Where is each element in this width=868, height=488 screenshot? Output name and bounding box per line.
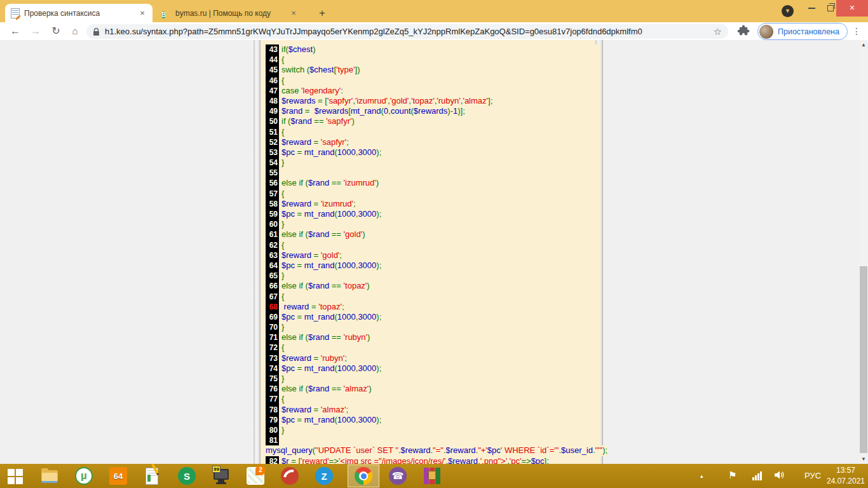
code-line: 76else if ($rand == 'almaz'): [261, 384, 600, 394]
error-line-number: 68: [266, 302, 279, 312]
line-number: 80: [266, 425, 279, 435]
extensions-puzzle-icon[interactable]: [737, 24, 752, 39]
code-line: 60}: [261, 219, 600, 229]
close-tab-icon[interactable]: ×: [137, 8, 147, 18]
code-line: 47case 'legendary':: [261, 86, 600, 96]
tab-bymas[interactable]: B bymas.ru | Помощь по коду ×: [156, 4, 304, 22]
line-number: 72: [266, 342, 279, 353]
line-number: 77: [266, 394, 279, 404]
line-number: 64: [266, 261, 279, 271]
scrollbar-thumb[interactable]: [860, 266, 867, 453]
network-signal-icon[interactable]: [752, 471, 764, 480]
close-window-button[interactable]: ×: [836, 0, 868, 17]
aida64-icon[interactable]: 64: [109, 467, 127, 485]
code-line: 73$reward = 'rubyn';: [261, 353, 600, 363]
notepad-pencil-icon[interactable]: [144, 467, 161, 485]
code-line: 43if($chest): [261, 44, 600, 55]
code-line: 48$rewards = ['sapfyr','izumrud','gold',…: [261, 96, 600, 106]
code-box-left-border: [254, 40, 261, 464]
start-button[interactable]: [8, 469, 23, 484]
line-number: 46: [266, 76, 279, 86]
code-line: 70}: [261, 322, 600, 332]
clock[interactable]: 13:57 24.07.2021: [826, 465, 865, 487]
code-line: 55: [261, 168, 600, 178]
action-center-flag-icon[interactable]: ⚑: [728, 470, 736, 481]
page-content: 43if($chest)44{45switch ($chest['type'])…: [0, 40, 868, 464]
language-indicator[interactable]: РУС: [804, 471, 821, 480]
code-line: 59$pc = mt_rand(1000,3000);: [261, 209, 600, 219]
tab-title: Проверка синтаксиса: [24, 9, 133, 18]
scroll-up-icon[interactable]: ▲: [859, 40, 868, 50]
code-line: mysql_query("UPDATE `user` SET ".$reward…: [261, 445, 607, 456]
file-explorer-icon[interactable]: [41, 467, 58, 485]
line-number: 78: [266, 405, 279, 415]
date: 24.07.2021: [826, 476, 865, 487]
code-line: 68 reward = 'topaz';: [261, 302, 600, 312]
line-number: 66: [266, 281, 279, 291]
line-number: 71: [266, 332, 279, 342]
line-number: 44: [266, 55, 279, 65]
syntax-check-favicon-icon: [10, 8, 20, 18]
home-icon[interactable]: ⌂: [67, 24, 83, 39]
line-number: 59: [266, 209, 279, 219]
new-tab-button[interactable]: +: [315, 6, 329, 20]
time: 13:57: [826, 465, 865, 476]
line-number: 70: [266, 322, 279, 332]
url-text[interactable]: h1.keo.su/syntax.php?path=Z5mmn51grKWqYJ…: [105, 27, 714, 36]
chrome-icon[interactable]: [355, 467, 372, 485]
line-number: 53: [266, 147, 279, 158]
code-line: 67{: [261, 292, 600, 302]
code-line: 80}: [261, 425, 600, 435]
line-number: 49: [266, 106, 279, 116]
taskbar: µ 64 S 99 2 Z ☎ ▴ ⚑ РУС 13:57 24.07.2021: [0, 464, 868, 488]
utorrent-icon[interactable]: µ: [75, 467, 93, 485]
code-line: 63$reward = 'gold';: [261, 250, 600, 261]
zona-icon[interactable]: Z: [315, 467, 333, 485]
2gis-icon[interactable]: 2: [247, 467, 264, 485]
page-scrollbar[interactable]: ▲ ▼: [859, 40, 868, 464]
bookmark-star-icon[interactable]: ☆: [714, 26, 722, 37]
close-tab-icon[interactable]: ×: [288, 8, 299, 18]
code-line: 44{: [261, 55, 600, 65]
address-bar[interactable]: h1.keo.su/syntax.php?path=Z5mmn51grKWqYJ…: [86, 24, 728, 39]
back-icon[interactable]: ←: [8, 24, 23, 39]
line-number: 58: [266, 199, 279, 209]
code-line: 51{: [261, 127, 600, 137]
line-number: 65: [266, 271, 279, 281]
lock-icon: [93, 28, 100, 36]
line-number: 67: [266, 292, 279, 302]
line-number: 75: [266, 374, 279, 384]
scroll-down-icon[interactable]: ▼: [859, 454, 868, 464]
line-number: 61: [266, 229, 279, 240]
monitor-99-icon[interactable]: 99: [212, 467, 230, 485]
code-line: 52$reward = 'sapfyr';: [261, 137, 600, 147]
code-line: 66else if ($rand == 'topaz'): [261, 281, 600, 291]
browser-menu-icon[interactable]: ⋮: [850, 24, 863, 39]
minimize-button[interactable]: [802, 0, 821, 17]
code-lines: 43if($chest)44{45switch ($chest['type'])…: [261, 40, 595, 464]
line-number: 73: [266, 353, 279, 363]
profile-chip[interactable]: Приостановлена: [757, 23, 848, 40]
code-line: 74$pc = mt_rand(1000,3000);: [261, 363, 600, 374]
code-line: 45switch ($chest['type']): [261, 65, 600, 75]
tab-search-icon[interactable]: ▼: [782, 5, 794, 17]
code-line: 78$reward = 'almaz';: [261, 405, 600, 415]
line-number: 82: [266, 456, 279, 464]
forward-icon: →: [28, 24, 43, 39]
line-number: 57: [266, 189, 279, 199]
s-app-icon[interactable]: S: [178, 467, 196, 485]
volume-icon[interactable]: [774, 470, 785, 482]
line-number: 52: [266, 137, 279, 147]
line-number: 62: [266, 240, 279, 250]
line-number: 45: [266, 65, 279, 75]
reload-icon[interactable]: ↻: [48, 24, 64, 39]
hidden-icons-arrow[interactable]: ▴: [700, 473, 703, 479]
viber-icon[interactable]: ☎: [389, 467, 407, 485]
code-line: 62{: [261, 240, 600, 250]
ccleaner-icon[interactable]: [281, 467, 299, 485]
winrar-icon[interactable]: [423, 467, 441, 485]
line-number: 43: [266, 44, 279, 55]
code-line: 56else if ($rand == 'izumrud'): [261, 178, 600, 188]
avatar: [759, 25, 773, 39]
tab-syntax-check[interactable]: Проверка синтаксиса ×: [5, 4, 153, 22]
